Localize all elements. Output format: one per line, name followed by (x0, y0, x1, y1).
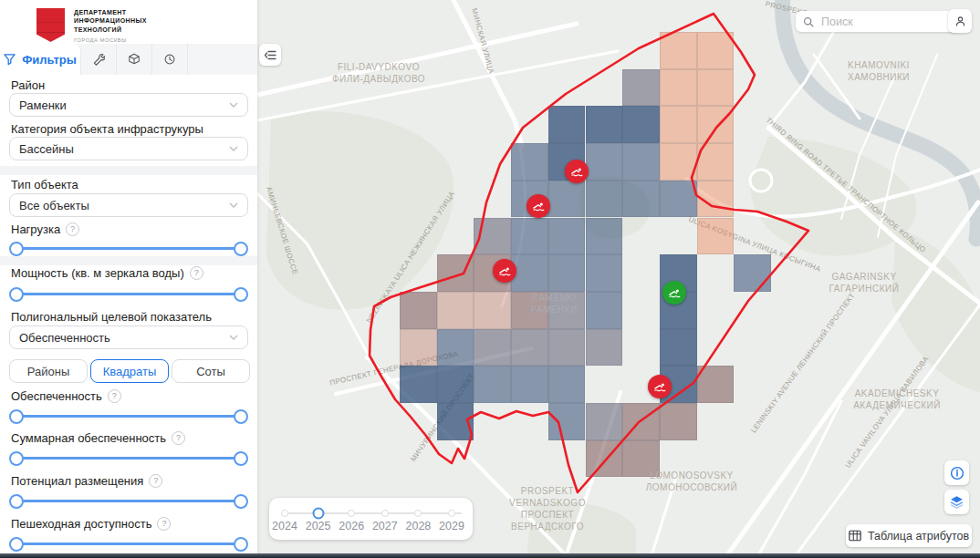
grid-cell[interactable] (511, 254, 548, 292)
load-slider[interactable] (9, 242, 248, 254)
slider-handle[interactable] (9, 451, 24, 466)
timeline-year-label[interactable]: 2027 (372, 520, 398, 532)
grid-cell[interactable] (548, 403, 586, 440)
pool-marker-red[interactable] (565, 160, 589, 183)
grid-cell[interactable] (548, 106, 586, 143)
grid-cell[interactable] (586, 181, 623, 218)
grid-cell[interactable] (548, 181, 586, 218)
grid-cell[interactable] (622, 69, 660, 107)
attributes-table-button[interactable]: Таблица атрибутов (846, 524, 972, 547)
grid-cell[interactable] (660, 69, 697, 107)
grid-cell[interactable] (660, 403, 697, 440)
grid-cell[interactable] (660, 181, 697, 218)
slider-handle[interactable] (9, 494, 24, 509)
grid-cell[interactable] (660, 106, 697, 143)
year-timeline[interactable]: 202420252026202720282029 (269, 498, 473, 540)
grid-cell[interactable] (697, 106, 735, 143)
grid-cell[interactable] (586, 218, 623, 255)
grid-cell[interactable] (474, 366, 511, 403)
grid-cell[interactable] (474, 292, 511, 329)
help-icon[interactable]: ? (172, 431, 185, 445)
help-icon[interactable]: ? (157, 517, 171, 531)
slider-handle[interactable] (234, 537, 248, 552)
grid-cell[interactable] (697, 143, 735, 181)
slider-handle[interactable] (9, 537, 24, 552)
grid-cell[interactable] (660, 143, 697, 181)
grid-cell[interactable] (437, 292, 474, 329)
grid-cell[interactable] (586, 329, 623, 367)
grid-cell[interactable] (586, 292, 623, 329)
grid-cell[interactable] (437, 254, 474, 292)
slider-handle[interactable] (9, 242, 24, 256)
grid-cell[interactable] (622, 403, 660, 440)
slider-handle[interactable] (9, 409, 24, 424)
walkability-slider[interactable] (9, 537, 248, 550)
timeline-year-dot[interactable] (348, 510, 355, 517)
grid-cell[interactable] (697, 69, 735, 107)
slider-handle[interactable] (234, 451, 248, 466)
category-select[interactable]: Бассейны (9, 137, 248, 160)
timeline-year-label[interactable]: 2024 (272, 520, 297, 532)
grid-cell[interactable] (474, 218, 511, 255)
district-select[interactable]: Раменки (9, 93, 248, 117)
timeline-year-label[interactable]: 2029 (439, 520, 464, 532)
grid-cell[interactable] (586, 106, 623, 143)
grid-cell[interactable] (734, 254, 771, 292)
grid-cell[interactable] (697, 32, 735, 69)
grid-cell[interactable] (697, 181, 735, 218)
search-input[interactable] (819, 15, 933, 29)
slider-handle[interactable] (234, 494, 248, 509)
grid-cell[interactable] (586, 254, 623, 292)
map-canvas[interactable]: МИНСКАЯ УЛИЦАPROSPEKT BAGRATIONANEŽINSKA… (257, 0, 980, 558)
capacity-slider[interactable] (9, 287, 248, 300)
security-slider[interactable] (9, 409, 248, 422)
grid-cell[interactable] (622, 181, 660, 218)
help-icon[interactable]: ? (66, 222, 79, 236)
timeline-year-dot[interactable] (414, 510, 422, 517)
grid-cell[interactable] (697, 366, 735, 403)
grid-cell[interactable] (586, 440, 623, 478)
grid-cell[interactable] (400, 292, 437, 329)
pool-marker-red[interactable] (648, 375, 672, 398)
tab-layers[interactable] (117, 44, 152, 75)
grid-cell[interactable] (622, 143, 660, 181)
grid-cell[interactable] (511, 218, 548, 255)
slider-handle[interactable] (234, 242, 248, 256)
grid-cell[interactable] (660, 329, 697, 367)
timeline-year-label[interactable]: 2028 (405, 520, 431, 532)
tab-filters[interactable]: Фильтры (0, 44, 81, 75)
layers-button[interactable] (944, 490, 969, 514)
tab-measure[interactable] (81, 44, 117, 75)
grid-cell[interactable] (586, 143, 623, 181)
slider-handle[interactable] (9, 287, 24, 302)
timeline-year-dot[interactable] (448, 510, 455, 517)
slider-handle[interactable] (234, 287, 248, 302)
grid-cell[interactable] (697, 218, 735, 255)
timeline-year-dot[interactable] (381, 510, 389, 517)
grid-cell[interactable] (586, 403, 623, 440)
object-type-select[interactable]: Все объекты (9, 193, 248, 217)
polygon-indicator-select[interactable]: Обеспеченность (9, 326, 248, 349)
timeline-year-dot[interactable] (312, 508, 324, 520)
grid-cell[interactable] (548, 218, 586, 255)
total-security-slider[interactable] (9, 451, 248, 464)
grid-cell[interactable] (548, 329, 586, 367)
grid-cell[interactable] (548, 366, 586, 403)
help-icon[interactable]: ? (149, 474, 162, 488)
timeline-year-dot[interactable] (281, 510, 288, 517)
mode-districts-button[interactable]: Районы (9, 359, 88, 383)
pool-marker-green[interactable] (662, 281, 686, 305)
timeline-year-label[interactable]: 2026 (339, 520, 364, 532)
mode-squares-button[interactable]: Квадраты (90, 359, 169, 383)
user-profile-button[interactable] (948, 9, 972, 33)
grid-cell[interactable] (437, 329, 474, 367)
help-icon[interactable]: ? (108, 389, 121, 403)
grid-cell[interactable] (437, 366, 474, 403)
grid-cell[interactable] (511, 329, 548, 367)
pool-marker-red[interactable] (493, 259, 516, 283)
sidebar-collapse-button[interactable] (259, 44, 281, 66)
info-button[interactable] (944, 460, 969, 485)
grid-cell[interactable] (400, 366, 437, 403)
help-icon[interactable]: ? (190, 266, 203, 280)
grid-cell[interactable] (511, 366, 548, 403)
